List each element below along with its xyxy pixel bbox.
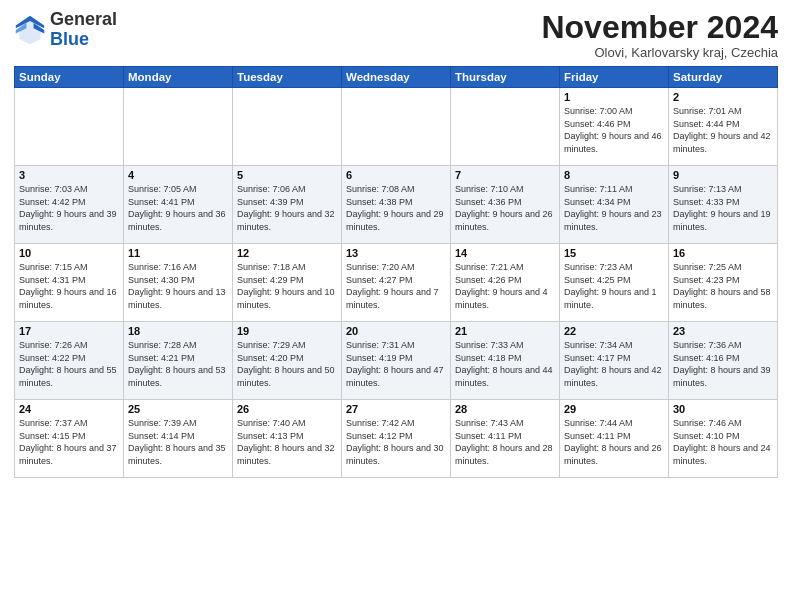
day-number: 24 bbox=[19, 403, 119, 415]
day-info: Sunrise: 7:03 AM Sunset: 4:42 PM Dayligh… bbox=[19, 183, 119, 233]
calendar-cell: 5Sunrise: 7:06 AM Sunset: 4:39 PM Daylig… bbox=[233, 166, 342, 244]
day-info: Sunrise: 7:26 AM Sunset: 4:22 PM Dayligh… bbox=[19, 339, 119, 389]
month-title: November 2024 bbox=[541, 10, 778, 45]
day-info: Sunrise: 7:05 AM Sunset: 4:41 PM Dayligh… bbox=[128, 183, 228, 233]
day-number: 30 bbox=[673, 403, 773, 415]
calendar-cell: 13Sunrise: 7:20 AM Sunset: 4:27 PM Dayli… bbox=[342, 244, 451, 322]
calendar-cell bbox=[124, 88, 233, 166]
day-info: Sunrise: 7:34 AM Sunset: 4:17 PM Dayligh… bbox=[564, 339, 664, 389]
day-number: 6 bbox=[346, 169, 446, 181]
day-number: 17 bbox=[19, 325, 119, 337]
day-number: 13 bbox=[346, 247, 446, 259]
day-info: Sunrise: 7:36 AM Sunset: 4:16 PM Dayligh… bbox=[673, 339, 773, 389]
day-number: 8 bbox=[564, 169, 664, 181]
day-number: 23 bbox=[673, 325, 773, 337]
day-number: 9 bbox=[673, 169, 773, 181]
calendar-cell bbox=[233, 88, 342, 166]
day-info: Sunrise: 7:25 AM Sunset: 4:23 PM Dayligh… bbox=[673, 261, 773, 311]
calendar-cell: 29Sunrise: 7:44 AM Sunset: 4:11 PM Dayli… bbox=[560, 400, 669, 478]
calendar-week-3: 17Sunrise: 7:26 AM Sunset: 4:22 PM Dayli… bbox=[15, 322, 778, 400]
day-info: Sunrise: 7:23 AM Sunset: 4:25 PM Dayligh… bbox=[564, 261, 664, 311]
calendar-cell bbox=[451, 88, 560, 166]
calendar-week-0: 1Sunrise: 7:00 AM Sunset: 4:46 PM Daylig… bbox=[15, 88, 778, 166]
calendar-container: General Blue November 2024 Olovi, Karlov… bbox=[0, 0, 792, 612]
logo-general: General bbox=[50, 9, 117, 29]
day-number: 20 bbox=[346, 325, 446, 337]
day-info: Sunrise: 7:37 AM Sunset: 4:15 PM Dayligh… bbox=[19, 417, 119, 467]
calendar-cell: 20Sunrise: 7:31 AM Sunset: 4:19 PM Dayli… bbox=[342, 322, 451, 400]
day-info: Sunrise: 7:44 AM Sunset: 4:11 PM Dayligh… bbox=[564, 417, 664, 467]
day-number: 21 bbox=[455, 325, 555, 337]
day-info: Sunrise: 7:01 AM Sunset: 4:44 PM Dayligh… bbox=[673, 105, 773, 155]
calendar-cell: 26Sunrise: 7:40 AM Sunset: 4:13 PM Dayli… bbox=[233, 400, 342, 478]
day-info: Sunrise: 7:11 AM Sunset: 4:34 PM Dayligh… bbox=[564, 183, 664, 233]
day-number: 3 bbox=[19, 169, 119, 181]
logo-blue: Blue bbox=[50, 29, 89, 49]
day-number: 16 bbox=[673, 247, 773, 259]
calendar-week-2: 10Sunrise: 7:15 AM Sunset: 4:31 PM Dayli… bbox=[15, 244, 778, 322]
day-number: 28 bbox=[455, 403, 555, 415]
calendar-cell: 4Sunrise: 7:05 AM Sunset: 4:41 PM Daylig… bbox=[124, 166, 233, 244]
day-number: 7 bbox=[455, 169, 555, 181]
day-info: Sunrise: 7:43 AM Sunset: 4:11 PM Dayligh… bbox=[455, 417, 555, 467]
calendar-cell: 19Sunrise: 7:29 AM Sunset: 4:20 PM Dayli… bbox=[233, 322, 342, 400]
calendar-cell: 17Sunrise: 7:26 AM Sunset: 4:22 PM Dayli… bbox=[15, 322, 124, 400]
calendar-week-4: 24Sunrise: 7:37 AM Sunset: 4:15 PM Dayli… bbox=[15, 400, 778, 478]
calendar-table: SundayMondayTuesdayWednesdayThursdayFrid… bbox=[14, 66, 778, 478]
calendar-cell: 12Sunrise: 7:18 AM Sunset: 4:29 PM Dayli… bbox=[233, 244, 342, 322]
calendar-cell: 3Sunrise: 7:03 AM Sunset: 4:42 PM Daylig… bbox=[15, 166, 124, 244]
calendar-cell: 25Sunrise: 7:39 AM Sunset: 4:14 PM Dayli… bbox=[124, 400, 233, 478]
col-header-sunday: Sunday bbox=[15, 67, 124, 88]
day-info: Sunrise: 7:29 AM Sunset: 4:20 PM Dayligh… bbox=[237, 339, 337, 389]
day-number: 12 bbox=[237, 247, 337, 259]
col-header-monday: Monday bbox=[124, 67, 233, 88]
day-number: 22 bbox=[564, 325, 664, 337]
day-number: 27 bbox=[346, 403, 446, 415]
calendar-cell: 1Sunrise: 7:00 AM Sunset: 4:46 PM Daylig… bbox=[560, 88, 669, 166]
calendar-cell: 24Sunrise: 7:37 AM Sunset: 4:15 PM Dayli… bbox=[15, 400, 124, 478]
col-header-tuesday: Tuesday bbox=[233, 67, 342, 88]
day-number: 1 bbox=[564, 91, 664, 103]
day-number: 10 bbox=[19, 247, 119, 259]
day-info: Sunrise: 7:20 AM Sunset: 4:27 PM Dayligh… bbox=[346, 261, 446, 311]
calendar-cell: 6Sunrise: 7:08 AM Sunset: 4:38 PM Daylig… bbox=[342, 166, 451, 244]
day-info: Sunrise: 7:39 AM Sunset: 4:14 PM Dayligh… bbox=[128, 417, 228, 467]
calendar-cell: 28Sunrise: 7:43 AM Sunset: 4:11 PM Dayli… bbox=[451, 400, 560, 478]
calendar-cell: 8Sunrise: 7:11 AM Sunset: 4:34 PM Daylig… bbox=[560, 166, 669, 244]
day-info: Sunrise: 7:13 AM Sunset: 4:33 PM Dayligh… bbox=[673, 183, 773, 233]
title-block: November 2024 Olovi, Karlovarsky kraj, C… bbox=[541, 10, 778, 60]
logo-icon bbox=[14, 14, 46, 46]
calendar-cell: 15Sunrise: 7:23 AM Sunset: 4:25 PM Dayli… bbox=[560, 244, 669, 322]
calendar-cell: 7Sunrise: 7:10 AM Sunset: 4:36 PM Daylig… bbox=[451, 166, 560, 244]
day-info: Sunrise: 7:21 AM Sunset: 4:26 PM Dayligh… bbox=[455, 261, 555, 311]
day-number: 15 bbox=[564, 247, 664, 259]
calendar-header-row: SundayMondayTuesdayWednesdayThursdayFrid… bbox=[15, 67, 778, 88]
day-info: Sunrise: 7:06 AM Sunset: 4:39 PM Dayligh… bbox=[237, 183, 337, 233]
day-info: Sunrise: 7:15 AM Sunset: 4:31 PM Dayligh… bbox=[19, 261, 119, 311]
day-info: Sunrise: 7:28 AM Sunset: 4:21 PM Dayligh… bbox=[128, 339, 228, 389]
subtitle: Olovi, Karlovarsky kraj, Czechia bbox=[541, 45, 778, 60]
day-number: 2 bbox=[673, 91, 773, 103]
col-header-thursday: Thursday bbox=[451, 67, 560, 88]
day-info: Sunrise: 7:42 AM Sunset: 4:12 PM Dayligh… bbox=[346, 417, 446, 467]
calendar-cell: 11Sunrise: 7:16 AM Sunset: 4:30 PM Dayli… bbox=[124, 244, 233, 322]
calendar-cell: 22Sunrise: 7:34 AM Sunset: 4:17 PM Dayli… bbox=[560, 322, 669, 400]
calendar-cell: 10Sunrise: 7:15 AM Sunset: 4:31 PM Dayli… bbox=[15, 244, 124, 322]
day-info: Sunrise: 7:33 AM Sunset: 4:18 PM Dayligh… bbox=[455, 339, 555, 389]
day-info: Sunrise: 7:16 AM Sunset: 4:30 PM Dayligh… bbox=[128, 261, 228, 311]
day-info: Sunrise: 7:10 AM Sunset: 4:36 PM Dayligh… bbox=[455, 183, 555, 233]
calendar-cell bbox=[342, 88, 451, 166]
calendar-cell: 14Sunrise: 7:21 AM Sunset: 4:26 PM Dayli… bbox=[451, 244, 560, 322]
day-info: Sunrise: 7:46 AM Sunset: 4:10 PM Dayligh… bbox=[673, 417, 773, 467]
day-number: 11 bbox=[128, 247, 228, 259]
day-number: 4 bbox=[128, 169, 228, 181]
calendar-cell: 18Sunrise: 7:28 AM Sunset: 4:21 PM Dayli… bbox=[124, 322, 233, 400]
day-number: 25 bbox=[128, 403, 228, 415]
day-number: 14 bbox=[455, 247, 555, 259]
calendar-cell: 2Sunrise: 7:01 AM Sunset: 4:44 PM Daylig… bbox=[669, 88, 778, 166]
calendar-cell: 23Sunrise: 7:36 AM Sunset: 4:16 PM Dayli… bbox=[669, 322, 778, 400]
header: General Blue November 2024 Olovi, Karlov… bbox=[14, 10, 778, 60]
calendar-cell: 27Sunrise: 7:42 AM Sunset: 4:12 PM Dayli… bbox=[342, 400, 451, 478]
day-info: Sunrise: 7:18 AM Sunset: 4:29 PM Dayligh… bbox=[237, 261, 337, 311]
day-info: Sunrise: 7:40 AM Sunset: 4:13 PM Dayligh… bbox=[237, 417, 337, 467]
